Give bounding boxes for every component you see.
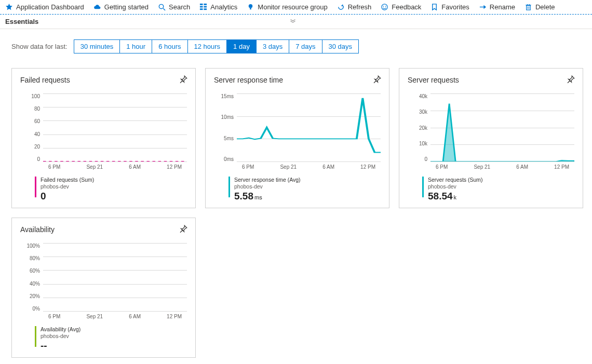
metric-value: 58.54k xyxy=(428,190,483,203)
y-tick: 60 xyxy=(20,118,40,124)
toolbar-btn-app-dashboard[interactable]: Application Dashboard xyxy=(5,3,84,11)
series xyxy=(237,93,381,161)
y-tick: 20k xyxy=(408,125,427,131)
series xyxy=(43,243,187,311)
card-title: Failed requests xyxy=(20,76,187,84)
metric-resource: phobos-dev xyxy=(428,183,483,190)
toolbar-btn-monitor[interactable]: Monitor resource group xyxy=(247,3,327,11)
toolbar-btn-getting-started[interactable]: Getting started xyxy=(93,3,149,11)
x-tick: 6 AM xyxy=(516,164,528,171)
x-axis: 6 PMSep 216 AM12 PM xyxy=(43,314,187,321)
timerange-option[interactable]: 6 hours xyxy=(152,40,187,53)
essentials-panel-header[interactable]: Essentials xyxy=(0,15,592,29)
plot-area xyxy=(430,93,574,162)
cloud-icon xyxy=(93,3,101,11)
plot-area xyxy=(43,243,187,312)
svg-line-1 xyxy=(163,8,165,10)
toolbar-btn-rename[interactable]: Rename xyxy=(479,3,515,11)
toolbar-btn-feedback[interactable]: Feedback xyxy=(381,3,421,11)
pin-icon[interactable] xyxy=(372,75,382,86)
y-tick: 20% xyxy=(20,293,40,299)
timerange-option[interactable]: 3 days xyxy=(257,40,289,53)
metric-name: Failed requests (Sum) xyxy=(41,177,94,183)
y-tick: 40% xyxy=(20,281,40,287)
timerange-option[interactable]: 7 days xyxy=(289,40,322,53)
command-bar: Application DashboardGetting startedSear… xyxy=(0,0,592,15)
y-axis: 15ms10ms5ms0ms xyxy=(214,93,237,162)
x-axis: 6 PMSep 216 AM12 PM xyxy=(43,164,187,171)
time-range-selector: Show data for last: 30 minutes1 hour6 ho… xyxy=(0,29,592,59)
chart[interactable]: 100806040200 6 PMSep 216 AM12 PM xyxy=(20,93,187,171)
timerange-option[interactable]: 1 day xyxy=(227,40,257,53)
refresh-icon xyxy=(337,3,345,11)
y-tick: 100 xyxy=(20,93,40,99)
y-tick: 10ms xyxy=(214,114,234,120)
y-tick: 10k xyxy=(408,141,427,146)
pin-icon[interactable] xyxy=(179,75,188,86)
bookmark-icon xyxy=(430,3,438,11)
timerange-option[interactable]: 30 days xyxy=(322,40,359,53)
svg-rect-6 xyxy=(200,8,203,10)
svg-rect-2 xyxy=(200,4,203,5)
y-tick: 30k xyxy=(408,109,427,115)
y-tick: 15ms xyxy=(214,93,234,99)
y-tick: 40k xyxy=(408,93,427,99)
card-availability: Availability 100%80%60%40%20%0% 6 PMSep … xyxy=(11,218,196,358)
metric-value: 0 xyxy=(41,190,94,203)
card-title: Server requests xyxy=(408,76,574,84)
pin-icon[interactable] xyxy=(179,224,188,235)
svg-rect-9 xyxy=(250,8,251,9)
timerange-option[interactable]: 1 hour xyxy=(120,40,152,53)
toolbar-btn-label: Monitor resource group xyxy=(258,3,327,11)
series xyxy=(43,93,187,161)
plot-area xyxy=(43,93,187,162)
arrow-right-icon xyxy=(479,3,487,11)
timerange-option[interactable]: 30 minutes xyxy=(74,40,120,53)
metric-value: -- xyxy=(41,340,80,352)
toolbar-btn-search[interactable]: Search xyxy=(158,3,190,11)
timerange-option[interactable]: 12 hours xyxy=(188,40,227,53)
metrics-cards-grid: Failed requests 100806040200 6 PMSep 216… xyxy=(0,59,592,364)
toolbar-btn-label: Search xyxy=(169,3,190,11)
x-tick: 6 AM xyxy=(129,164,141,171)
chart[interactable]: 40k30k20k10k0 6 PMSep 216 AM12 PM xyxy=(408,93,574,171)
y-tick: 100% xyxy=(20,243,40,249)
pin-icon[interactable] xyxy=(566,75,575,86)
toolbar-btn-label: Feedback xyxy=(392,3,421,11)
chevron-down-icon[interactable] xyxy=(290,18,296,25)
toolbar-btn-label: Refresh xyxy=(348,3,372,11)
x-tick: 12 PM xyxy=(554,164,569,171)
toolbar-btn-analytics[interactable]: Analytics xyxy=(199,3,237,11)
y-tick: 60% xyxy=(20,268,40,274)
y-tick: 0 xyxy=(20,156,40,162)
x-tick: Sep 21 xyxy=(280,164,297,171)
essentials-label: Essentials xyxy=(5,18,38,25)
toolbar-btn-label: Rename xyxy=(490,3,515,11)
x-tick: 6 PM xyxy=(242,164,254,171)
x-axis: 6 PMSep 216 AM12 PM xyxy=(430,164,574,171)
metric-summary: Availability (Avg) phobos-dev -- xyxy=(35,326,187,352)
chart[interactable]: 15ms10ms5ms0ms 6 PMSep 216 AM12 PM xyxy=(214,93,381,171)
plot-area xyxy=(237,93,381,162)
metric-resource: phobos-dev xyxy=(41,183,94,190)
toolbar-btn-favorites[interactable]: Favorites xyxy=(430,3,469,11)
card-failed_requests: Failed requests 100806040200 6 PMSep 216… xyxy=(11,68,196,208)
metric-accent xyxy=(35,177,36,197)
metric-name: Availability (Avg) xyxy=(41,326,80,333)
x-tick: Sep 21 xyxy=(86,164,103,171)
y-axis: 100806040200 xyxy=(20,93,43,162)
chart[interactable]: 100%80%60%40%20%0% 6 PMSep 216 AM12 PM xyxy=(20,243,187,321)
svg-rect-7 xyxy=(204,8,207,10)
svg-point-0 xyxy=(159,4,163,8)
star-icon xyxy=(5,3,13,11)
svg-rect-5 xyxy=(204,6,207,8)
x-tick: 6 PM xyxy=(436,164,448,171)
metric-resource: phobos-dev xyxy=(234,183,301,190)
metric-summary: Server response time (Avg) phobos-dev 5.… xyxy=(228,177,381,203)
svg-point-11 xyxy=(383,6,384,7)
toolbar-btn-delete[interactable]: Delete xyxy=(524,3,555,11)
svg-rect-4 xyxy=(200,6,203,8)
x-tick: Sep 21 xyxy=(474,164,490,171)
time-range-label: Show data for last: xyxy=(11,43,68,50)
toolbar-btn-refresh[interactable]: Refresh xyxy=(337,3,372,11)
